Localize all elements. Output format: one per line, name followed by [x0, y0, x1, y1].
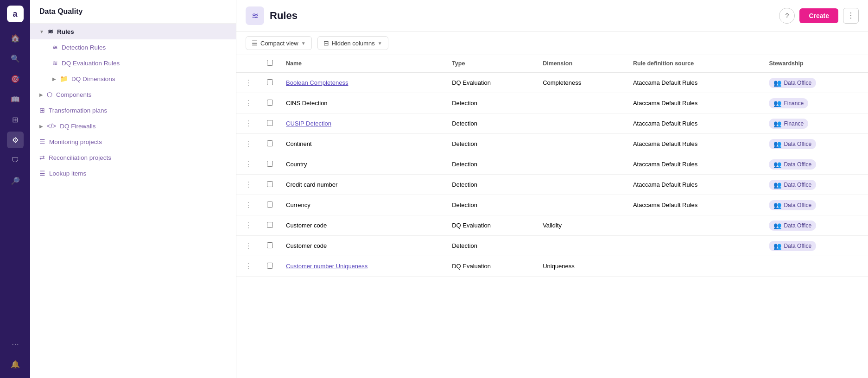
row-checkbox[interactable]	[267, 161, 273, 167]
nav-bell-icon[interactable]: 🔔	[7, 356, 24, 372]
row-checkbox[interactable]	[267, 242, 273, 248]
rule-dimension	[536, 93, 627, 113]
rule-source: Ataccama Default Rules	[627, 154, 763, 175]
firewalls-chevron: ▶	[39, 124, 43, 129]
rule-name: Continent	[279, 134, 445, 154]
rule-source: Ataccama Default Rules	[627, 195, 763, 215]
dq-dim-label: DQ Dimensions	[71, 76, 115, 82]
stewardship-badge: 👥 Data Office	[769, 241, 816, 251]
rule-source	[627, 236, 763, 256]
table-row: ⋮Credit card numberDetectionAtaccama Def…	[236, 175, 868, 195]
main-header-icon: ≋	[246, 6, 264, 25]
row-checkbox[interactable]	[267, 79, 273, 85]
rule-dimension	[536, 175, 627, 195]
app-logo: a	[7, 6, 24, 22]
rule-source: Ataccama Default Rules	[627, 113, 763, 134]
sidebar-content: ▼ ≋ Rules ≋ Detection Rules ≋ DQ Evaluat…	[30, 24, 236, 378]
rules-chevron: ▼	[39, 29, 44, 34]
rule-name-link[interactable]: CUSIP Detection	[286, 120, 331, 127]
row-drag-handle[interactable]: ⋮	[243, 179, 254, 190]
row-drag-handle[interactable]: ⋮	[243, 220, 254, 231]
reconciliation-icon: ⇄	[39, 154, 45, 161]
nav-more-icon[interactable]: ⋯	[7, 335, 24, 352]
create-button[interactable]: Create	[799, 8, 838, 23]
rule-source: Ataccama Default Rules	[627, 93, 763, 113]
row-drag-handle[interactable]: ⋮	[243, 77, 254, 88]
table-row: ⋮CurrencyDetectionAtaccama Default Rules…	[236, 195, 868, 215]
nav-book-icon[interactable]: 📖	[7, 91, 24, 107]
sidebar-item-dq-dimensions[interactable]: ▶ 📁 DQ Dimensions	[30, 71, 236, 87]
rule-type: DQ Evaluation	[445, 215, 536, 236]
col-header-type: Type	[445, 55, 536, 72]
rule-type: Detection	[445, 175, 536, 195]
nav-home-icon[interactable]: 🏠	[7, 30, 24, 46]
stewardship-badge-icon: 👥	[773, 181, 781, 189]
rule-name-link[interactable]: Boolean Completeness	[286, 79, 348, 86]
row-drag-handle[interactable]: ⋮	[243, 200, 254, 210]
stewardship-badge-icon: 👥	[773, 79, 781, 87]
rule-source	[627, 256, 763, 277]
monitoring-icon: ☰	[39, 138, 45, 145]
rule-name-link[interactable]: Customer number Uniqueness	[286, 263, 367, 270]
row-checkbox[interactable]	[267, 222, 273, 228]
hidden-columns-button[interactable]: ⊟ Hidden columns ▼	[317, 36, 388, 50]
sidebar-item-dq-eval-rules[interactable]: ≋ DQ Evaluation Rules	[30, 55, 236, 71]
nav-target-icon[interactable]: 🎯	[7, 70, 24, 87]
sidebar-item-detection-rules[interactable]: ≋ Detection Rules	[30, 39, 236, 55]
help-button[interactable]: ?	[779, 8, 795, 24]
rule-type: Detection	[445, 236, 536, 256]
lookup-label: Lookup items	[49, 170, 86, 177]
row-checkbox[interactable]	[267, 140, 273, 146]
main-content: ≋ Rules ? Create ⋮ ☰ Compact view ▼ ⊟ Hi…	[236, 0, 868, 378]
sidebar-item-components[interactable]: ▶ ⬡ Components	[30, 87, 236, 102]
row-drag-handle[interactable]: ⋮	[243, 98, 254, 108]
stewardship-badge-icon: 👥	[773, 140, 781, 148]
more-options-button[interactable]: ⋮	[843, 8, 859, 24]
row-drag-handle[interactable]: ⋮	[243, 261, 254, 271]
sidebar-item-reconciliation-projects[interactable]: ⇄ Reconciliation projects	[30, 150, 236, 165]
rule-type: DQ Evaluation	[445, 72, 536, 93]
sidebar-item-dq-firewalls[interactable]: ▶ </> DQ Firewalls	[30, 118, 236, 134]
compact-view-button[interactable]: ☰ Compact view ▼	[246, 36, 312, 50]
sidebar-item-transformation-plans[interactable]: ⊞ Transformation plans	[30, 102, 236, 118]
rule-name: CINS Detection	[279, 93, 445, 113]
stewardship-badge: 👥 Data Office	[769, 180, 816, 190]
stewardship-badge: 👥 Data Office	[769, 78, 816, 88]
sidebar-item-rules[interactable]: ▼ ≋ Rules	[30, 24, 236, 39]
col-header-name: Name	[279, 55, 445, 72]
hidden-columns-label: Hidden columns	[332, 40, 375, 47]
rule-name: Country	[279, 154, 445, 175]
stewardship-badge: 👥 Data Office	[769, 139, 816, 149]
row-drag-handle[interactable]: ⋮	[243, 240, 254, 251]
row-checkbox[interactable]	[267, 181, 273, 187]
dq-dim-icon: 📁	[60, 75, 68, 82]
row-checkbox[interactable]	[267, 100, 273, 106]
row-drag-handle[interactable]: ⋮	[243, 159, 254, 170]
stewardship-badge-icon: 👥	[773, 161, 781, 168]
row-checkbox[interactable]	[267, 120, 273, 126]
sidebar-item-monitoring-projects[interactable]: ☰ Monitoring projects	[30, 134, 236, 150]
sidebar: Data Quality ▼ ≋ Rules ≋ Detection Rules…	[30, 0, 236, 378]
stewardship-badge-icon: 👥	[773, 120, 781, 127]
rule-source: Ataccama Default Rules	[627, 175, 763, 195]
detection-rules-icon: ≋	[52, 44, 58, 51]
compact-view-label: Compact view	[260, 40, 298, 47]
nav-search2-icon[interactable]: 🔎	[7, 172, 24, 189]
table-container: Name Type Dimension Rule definition sour…	[236, 55, 868, 378]
nav-search-icon[interactable]: 🔍	[7, 50, 24, 67]
row-checkbox[interactable]	[267, 202, 273, 208]
col-header-drag	[236, 55, 260, 72]
nav-grid-icon[interactable]: ⊞	[7, 111, 24, 128]
select-all-checkbox[interactable]	[267, 60, 273, 66]
row-checkbox[interactable]	[267, 263, 273, 269]
row-drag-handle[interactable]: ⋮	[243, 139, 254, 149]
rule-name: Currency	[279, 195, 445, 215]
dq-dim-chevron: ▶	[52, 76, 56, 82]
nav-shield-icon[interactable]: 🛡	[7, 152, 24, 169]
nav-analytics-icon[interactable]: ⚙	[7, 132, 24, 148]
hidden-columns-chevron: ▼	[378, 41, 382, 46]
sidebar-item-lookup-items[interactable]: ☰ Lookup items	[30, 165, 236, 181]
row-drag-handle[interactable]: ⋮	[243, 118, 254, 129]
transform-label: Transformation plans	[49, 107, 107, 114]
compact-view-icon: ☰	[252, 39, 258, 47]
